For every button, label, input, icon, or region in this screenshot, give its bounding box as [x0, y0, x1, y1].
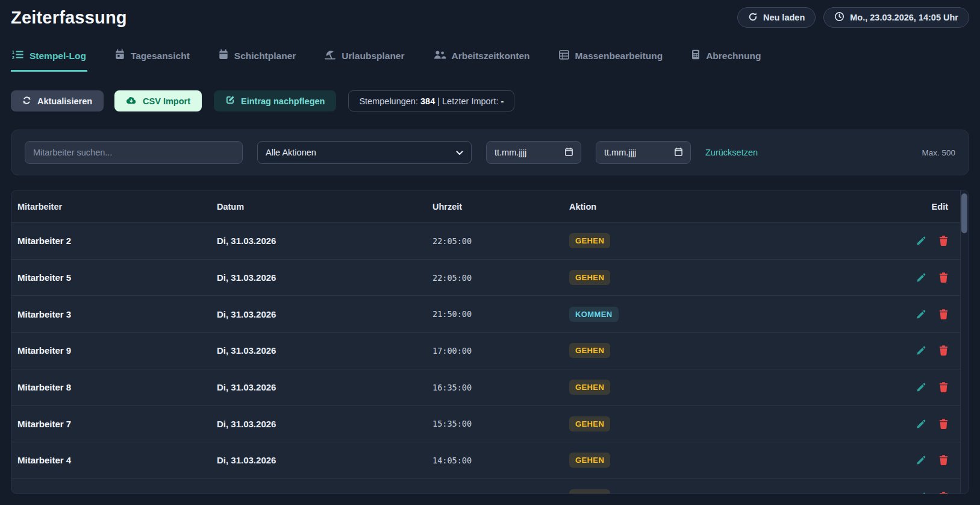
- time-cell: 22:05:00: [432, 236, 569, 246]
- chevron-down-icon: [456, 148, 463, 157]
- cloud-arrow-icon: [126, 96, 137, 106]
- tab-label: Stempel-Log: [30, 51, 86, 61]
- calendar-icon: [675, 148, 682, 158]
- csv-import-label: CSV Import: [143, 96, 190, 106]
- tab-schichtplaner[interactable]: Schichtplaner: [217, 49, 298, 72]
- trash-icon: [939, 458, 948, 467]
- column-header-mitarbeiter: Mitarbeiter: [17, 202, 217, 212]
- edit-row-button[interactable]: [916, 419, 926, 429]
- employee-search-input[interactable]: [25, 141, 243, 164]
- tab-label: Arbeitszeitkonten: [452, 51, 530, 61]
- employee-name-cell: Mitarbeiter 5: [17, 272, 217, 283]
- reload-button[interactable]: Neu laden: [737, 7, 816, 28]
- top-actions: Neu laden Mo., 23.03.2026, 14:05 Uhr: [737, 7, 969, 28]
- refresh-button[interactable]: Aktualisieren: [11, 90, 104, 111]
- edit-row-button[interactable]: [916, 345, 926, 356]
- date-cell: Di, 31.03.2026: [217, 272, 432, 283]
- tab-label: Tagesansicht: [131, 51, 190, 61]
- action-cell: GEHEN: [569, 233, 876, 248]
- action-select[interactable]: Alle Aktionen: [257, 141, 472, 164]
- delete-row-button[interactable]: [939, 309, 948, 319]
- edit-cell: [876, 272, 948, 283]
- tab-massenbearbeitung[interactable]: Massenbearbeitung: [558, 50, 664, 72]
- edit-row-button[interactable]: [916, 382, 926, 392]
- pencil-icon: [916, 348, 926, 357]
- employee-name-cell: Mitarbeiter 4: [17, 455, 217, 465]
- csv-import-button[interactable]: CSV Import: [114, 90, 202, 111]
- calendar-day-icon: [115, 49, 125, 62]
- tab-label: Abrechnung: [706, 51, 761, 61]
- datetime-label: Mo., 23.03.2026, 14:05 Uhr: [850, 13, 958, 22]
- action-badge: GEHEN: [569, 453, 610, 468]
- action-badge: GEHEN: [569, 380, 610, 395]
- date-to-input[interactable]: tt.mm.jjjj: [596, 141, 691, 164]
- table-row: Mitarbeiter 1 Di, 31.03.2026 GEHEN: [11, 478, 969, 494]
- delete-row-button[interactable]: [939, 382, 948, 392]
- table-cells-icon: [559, 50, 569, 62]
- employee-name-cell: Mitarbeiter 3: [17, 309, 217, 319]
- page-title: Zeiterfassung: [11, 8, 127, 28]
- action-cell: GEHEN: [569, 416, 876, 431]
- date-cell: Di, 31.03.2026: [217, 382, 432, 392]
- svg-text:1: 1: [12, 50, 14, 54]
- scrollbar-thumb[interactable]: [961, 193, 967, 233]
- action-badge: GEHEN: [569, 489, 610, 494]
- column-header-edit: Edit: [876, 202, 948, 212]
- employee-name-cell: Mitarbeiter 7: [17, 419, 217, 429]
- date-cell: Di, 31.03.2026: [217, 309, 432, 319]
- table-row: Mitarbeiter 5 Di, 31.03.2026 22:05:00 GE…: [11, 259, 969, 296]
- refresh-icon: [22, 96, 31, 107]
- delete-row-button[interactable]: [939, 236, 948, 246]
- table-scrollbar[interactable]: [960, 190, 969, 494]
- tab-abrechnung[interactable]: Abrechnung: [690, 49, 762, 72]
- table-row: Mitarbeiter 9 Di, 31.03.2026 17:00:00 GE…: [11, 332, 969, 369]
- date-cell: Di, 31.03.2026: [217, 236, 432, 246]
- date-from-input[interactable]: tt.mm.jjjj: [486, 141, 581, 164]
- employee-name-cell: Mitarbeiter 9: [17, 345, 217, 356]
- delete-row-button[interactable]: [939, 455, 948, 465]
- table-row: Mitarbeiter 2 Di, 31.03.2026 22:05:00 GE…: [11, 222, 969, 259]
- delete-row-button[interactable]: [939, 272, 948, 283]
- delete-row-button[interactable]: [939, 419, 948, 429]
- zeiterfassung-page: Zeiterfassung Neu laden Mo., 23.03.2026,…: [0, 0, 980, 505]
- pencil-icon: [916, 458, 926, 467]
- refresh-label: Aktualisieren: [37, 96, 92, 106]
- action-badge: GEHEN: [569, 270, 610, 285]
- pencil-icon: [916, 239, 926, 248]
- action-cell: KOMMEN: [569, 307, 876, 322]
- status-last-import: -: [501, 96, 504, 106]
- filter-bar: Alle Aktionen tt.mm.jjjj tt.mm.jjjj Zurü…: [11, 130, 969, 175]
- tab-tagesansicht[interactable]: Tagesansicht: [114, 49, 191, 72]
- status-badge: Stempelungen: 384 | Letzter Import: -: [348, 90, 514, 111]
- edit-row-button[interactable]: [916, 455, 926, 465]
- trash-icon: [939, 348, 948, 357]
- edit-row-button[interactable]: [916, 272, 926, 283]
- edit-row-button[interactable]: [916, 309, 926, 319]
- date-cell: Di, 31.03.2026: [217, 419, 432, 429]
- datetime-button[interactable]: Mo., 23.03.2026, 14:05 Uhr: [823, 7, 969, 28]
- edit-row-button[interactable]: [916, 236, 926, 246]
- tab-urlaubsplaner[interactable]: Urlaubsplaner: [323, 49, 405, 72]
- beach-umbrella-icon: [325, 49, 336, 62]
- refresh-icon: [748, 12, 758, 24]
- employee-name-cell: Mitarbeiter 8: [17, 382, 217, 392]
- toolbar: Aktualisieren CSV Import Eintrag nachpfl…: [11, 90, 969, 111]
- trash-icon: [939, 385, 948, 394]
- table-body: Mitarbeiter 2 Di, 31.03.2026 22:05:00 GE…: [11, 222, 969, 494]
- tab-bar: 12 Stempel-Log Tagesansicht Schichtplane…: [11, 49, 969, 72]
- action-cell: GEHEN: [569, 453, 876, 468]
- reload-label: Neu laden: [763, 13, 805, 22]
- table-row: Mitarbeiter 4 Di, 31.03.2026 14:05:00 GE…: [11, 442, 969, 478]
- delete-row-button[interactable]: [939, 345, 948, 356]
- edit-row-button[interactable]: [916, 492, 926, 494]
- table-row: Mitarbeiter 7 Di, 31.03.2026 15:35:00 GE…: [11, 405, 969, 442]
- topbar: Zeiterfassung Neu laden Mo., 23.03.2026,…: [11, 0, 969, 28]
- tab-stempel-log[interactable]: 12 Stempel-Log: [11, 49, 87, 72]
- reset-filters-link[interactable]: Zurücksetzen: [705, 148, 758, 157]
- delete-row-button[interactable]: [939, 492, 948, 494]
- calculator-icon: [691, 49, 700, 62]
- time-cell: 16:35:00: [432, 383, 569, 392]
- add-entry-button[interactable]: Eintrag nachpflegen: [214, 90, 336, 111]
- tab-arbeitszeitkonten[interactable]: Arbeitszeitkonten: [432, 50, 531, 72]
- date-from-value: tt.mm.jjjj: [495, 148, 526, 157]
